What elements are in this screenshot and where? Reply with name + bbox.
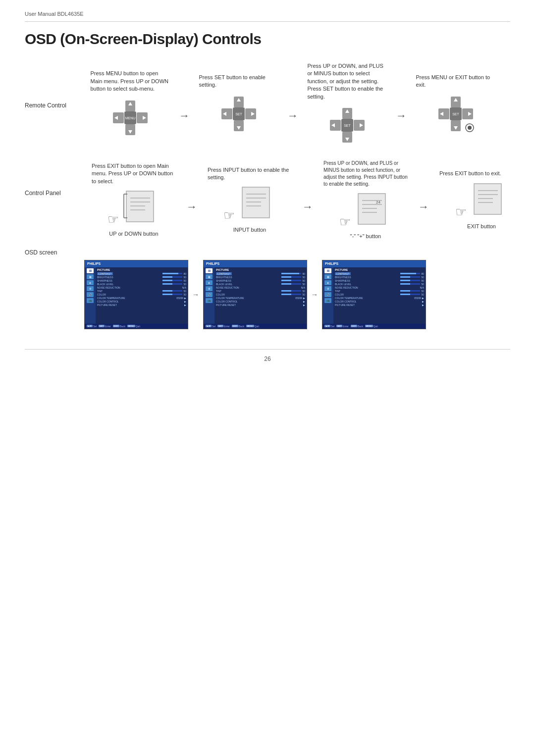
rc-dpad-4: SET xyxy=(436,94,476,134)
osd-bottombar-2: ▲▼Sel SETEnter EXITBack MENUQuit xyxy=(204,324,307,329)
svg-text:☞: ☞ xyxy=(107,212,119,227)
osd-topbar-2: PHILIPS xyxy=(204,260,307,267)
osd-icon-5: 🔊 xyxy=(87,292,94,297)
osd-bottombar-3: ▲▼Sel SETEnter EXITBack MENUQuit xyxy=(322,324,426,329)
control-panel-label: Control Panel xyxy=(25,160,84,197)
osd-inner-3: PHILIPS 🖼 ▦ ◈ ⚙ 🔊 📺 xyxy=(322,260,426,329)
cp-diagram-3: Press UP or DOWN, and PLUS or MINUS butt… xyxy=(316,160,415,239)
page-title: OSD (On-Screen-Display) Controls xyxy=(25,31,510,48)
osd-label-contrast: CONTRAST xyxy=(97,272,113,275)
rc-caption-3: Press UP or DOWN, and PLUS or MINUS butt… xyxy=(308,62,387,101)
osd-sidebar-3: 🖼 ▦ ◈ ⚙ 🔊 📺 xyxy=(322,267,333,329)
osd-arrow-2: → xyxy=(311,291,318,299)
rc-arrow-3: → xyxy=(396,85,407,122)
osd-bottombar-1: ▲▼Sel SETEnter EXITBack MENUQuit xyxy=(85,324,188,329)
cp-caption-1: Press EXIT button to open Main menu. Pre… xyxy=(92,162,176,185)
osd-section: OSD screen PHILIPS 🖼 ▦ ◈ xyxy=(25,249,510,329)
osd-brand-2: PHILIPS xyxy=(206,262,219,265)
svg-text:☞: ☞ xyxy=(339,214,351,229)
remote-control-section: Remote Control Press MENU button to open… xyxy=(25,62,510,145)
rc-diagram-1: Press MENU button to open Main menu. Pre… xyxy=(84,70,176,137)
svg-text:☞: ☞ xyxy=(455,204,467,219)
remote-control-label: Remote Control xyxy=(25,62,84,109)
control-diagrams-row: Press EXIT button to open Main menu. Pre… xyxy=(84,160,531,239)
osd-content-2: PICTURE CONTRAST 90 BRIGHTNESS xyxy=(214,267,307,329)
rc-diagram-3: Press UP or DOWN, and PLUS or MINUS butt… xyxy=(301,62,393,145)
osd-icon-4: ⚙ xyxy=(87,286,94,291)
cp-panel-4: ☞ xyxy=(454,183,509,222)
cp-button-label-2: INPUT button xyxy=(217,227,282,233)
osd-screen-1: PHILIPS 🖼 ▦ ◈ ⚙ 🔊 📺 xyxy=(84,260,188,329)
rc-arrow-1: → xyxy=(179,85,190,122)
osd-brand-1: PHILIPS xyxy=(87,262,101,265)
cp-caption-3: Press UP or DOWN, and PLUS or MINUS butt… xyxy=(323,160,408,188)
osd-icon3-picture: 🖼 xyxy=(324,268,331,273)
cp-diagram-4: Press EXIT button to exit. ☞ EXIT button xyxy=(432,170,531,229)
osd-body-1: 🖼 ▦ ◈ ⚙ 🔊 📺 PICTURE CONTRAST xyxy=(85,267,188,329)
cp-panel-2: ☞ xyxy=(222,186,277,226)
osd-inner-1: PHILIPS 🖼 ▦ ◈ ⚙ 🔊 📺 xyxy=(85,260,188,329)
cp-caption-2: Press INPUT button to enable the setting… xyxy=(208,166,292,182)
rc-caption-4: Press MENU or EXIT button to exit. xyxy=(416,74,495,89)
rc-caption-2: Press SET button to enable setting. xyxy=(199,74,278,89)
osd-brand-3: PHILIPS xyxy=(325,262,338,265)
svg-text:SET: SET xyxy=(452,112,459,116)
control-panel-section: Control Panel Press EXIT button to open … xyxy=(25,160,510,239)
osd-screens-container: PHILIPS 🖼 ▦ ◈ ⚙ 🔊 📺 xyxy=(84,260,510,329)
svg-text:24: 24 xyxy=(376,200,380,204)
svg-text:SET: SET xyxy=(344,124,351,127)
cp-button-label-1: UP or DOWN button xyxy=(102,231,166,237)
osd-sidebar-2: 🖼 ▦ ◈ ⚙ 🔊 📺 xyxy=(204,267,214,329)
osd-topbar-1: PHILIPS xyxy=(85,260,188,267)
osd-screen-3: PHILIPS 🖼 ▦ ◈ ⚙ 🔊 📺 xyxy=(322,260,426,329)
osd-label: OSD screen xyxy=(25,249,510,256)
cp-button-label-3: "-" "+" button xyxy=(333,233,398,239)
cp-arrow-2: → xyxy=(302,186,313,213)
cp-panel-1: ☞ xyxy=(107,190,161,230)
osd-icon-2: ▦ xyxy=(87,274,94,279)
cp-diagram-2: Press INPUT button to enable the setting… xyxy=(200,166,299,233)
osd-sidebar-1: 🖼 ▦ ◈ ⚙ 🔊 📺 xyxy=(85,267,96,329)
page-container: User Manual BDL4635E OSD (On-Screen-Disp… xyxy=(0,0,535,392)
osd-row-contrast-1: CONTRAST 80 xyxy=(97,272,186,275)
cp-panel-3: 24 ☞ xyxy=(338,193,393,232)
osd-icon2-picture: 🖼 xyxy=(206,268,213,273)
svg-text:SET: SET xyxy=(235,112,242,116)
osd-bar-contrast: 80 xyxy=(162,272,186,275)
osd-inner-2: PHILIPS 🖼 ▦ ◈ ⚙ 🔊 📺 xyxy=(204,260,307,329)
svg-text:MENU: MENU xyxy=(125,116,135,120)
page-number: 26 xyxy=(25,349,510,362)
osd-body-2: 🖼 ▦ ◈ ⚙ 🔊 📺 PICTURE CONTRAST xyxy=(204,267,307,329)
osd-body-3: 🖼 ▦ ◈ ⚙ 🔊 📺 PICTURE CONTRAST xyxy=(322,267,426,329)
osd-arrow-1: → xyxy=(192,291,199,299)
rc-dpad-1: MENU xyxy=(110,98,150,138)
rc-diagram-2: Press SET button to enable setting. SET xyxy=(193,74,284,134)
rc-caption-1: Press MENU button to open Main menu. Pre… xyxy=(91,70,170,93)
osd-screen-2: PHILIPS 🖼 ▦ ◈ ⚙ 🔊 📺 xyxy=(203,260,307,329)
top-bar: User Manual BDL4635E xyxy=(25,10,510,22)
osd-screens-row: PHILIPS 🖼 ▦ ◈ ⚙ 🔊 📺 xyxy=(84,260,426,329)
rc-arrow-2: → xyxy=(287,85,298,122)
cp-arrow-3: → xyxy=(418,186,429,213)
cp-caption-4: Press EXIT button to exit. xyxy=(439,170,524,177)
rc-dpad-3: SET xyxy=(327,105,367,145)
osd-content-1: PICTURE CONTRAST 80 BRIGHTNESS xyxy=(96,267,188,329)
svg-point-41 xyxy=(468,126,472,130)
cp-button-label-4: EXIT button xyxy=(449,223,514,229)
rc-diagram-4: Press MENU or EXIT button to exit. SET xyxy=(410,74,501,134)
cp-arrow-1: → xyxy=(186,186,197,213)
osd-icon-6: 📺 xyxy=(87,298,94,303)
osd-title-1: PICTURE xyxy=(97,268,186,271)
remote-diagrams-row: Press MENU button to open Main menu. Pre… xyxy=(84,62,510,145)
osd-content-3: PICTURE CONTRAST 80 BRIGHTNESS xyxy=(333,267,426,329)
osd-icon-picture: 🖼 xyxy=(87,268,94,273)
svg-text:☞: ☞ xyxy=(223,208,235,223)
rc-dpad-2: SET xyxy=(219,94,259,134)
osd-icon-3: ◈ xyxy=(87,280,94,285)
manual-title: User Manual BDL4635E xyxy=(25,11,84,17)
osd-topbar-3: PHILIPS xyxy=(322,260,426,267)
cp-diagram-1: Press EXIT button to open Main menu. Pre… xyxy=(84,162,183,237)
